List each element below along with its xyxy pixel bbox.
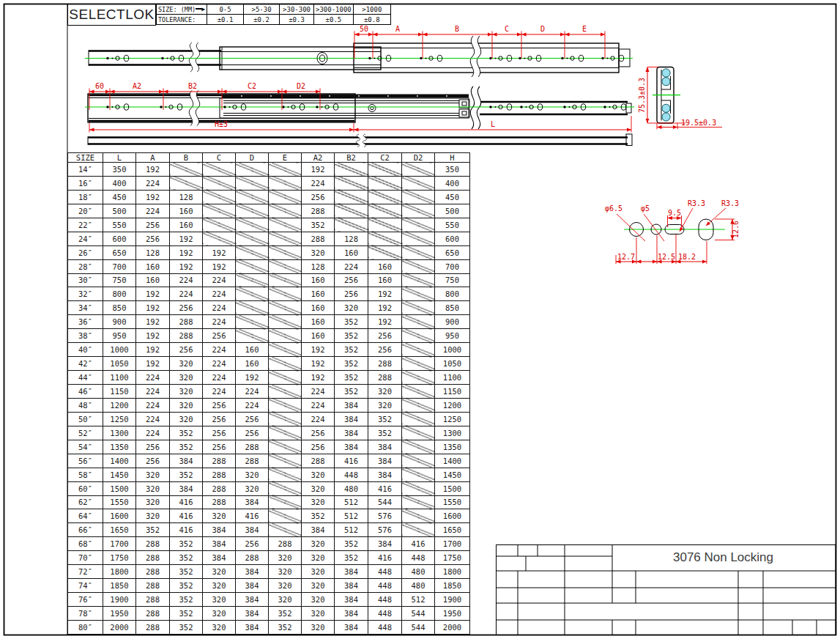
dim-label-p2: 12.5	[658, 253, 675, 261]
table-cell: 416	[170, 495, 203, 509]
table-cell: 1900	[435, 593, 470, 607]
table-cell: 68″	[68, 537, 103, 551]
table-cell: 160	[302, 315, 335, 329]
table-cell: 160	[170, 204, 203, 218]
table-cell: 160	[136, 273, 170, 287]
table-cell: 600	[103, 232, 136, 245]
table-cell: 30″	[68, 273, 103, 287]
table-cell: 450	[435, 190, 470, 204]
table-cell: 384	[368, 537, 402, 551]
table-cell	[335, 218, 368, 232]
table-cell	[402, 481, 435, 495]
table-cell: 224	[203, 287, 236, 301]
dim-label-p1: 12.7	[617, 253, 635, 261]
table-cell: 320	[170, 412, 203, 426]
table-cell	[402, 412, 435, 426]
table-row: 20″500224160288500	[68, 204, 470, 218]
table-cell: 1300	[435, 426, 470, 440]
table-cell: 2000	[103, 620, 136, 634]
column-header: C	[203, 153, 236, 163]
table-cell	[402, 287, 435, 301]
table-cell: 288	[302, 454, 335, 468]
table-cell: 192	[136, 163, 170, 177]
table-cell: 42″	[68, 357, 103, 371]
dim-label-b2: B2	[188, 82, 197, 90]
table-row: 40″10001922562241601923522561000	[68, 343, 470, 357]
table-cell	[269, 426, 302, 440]
table-cell	[368, 232, 402, 245]
table-cell	[269, 509, 302, 523]
table-cell: 544	[402, 607, 435, 621]
table-cell: 224	[136, 412, 170, 426]
table-cell: 224	[302, 176, 335, 190]
table-cell: 352	[335, 357, 368, 371]
table-cell: 192	[368, 287, 402, 301]
table-cell: 384	[368, 440, 402, 454]
table-cell: 1600	[435, 509, 470, 523]
table-cell	[203, 163, 236, 177]
table-cell: 320	[136, 509, 170, 523]
table-cell: 448	[368, 593, 402, 607]
table-cell: 288	[136, 551, 170, 565]
table-cell: 288	[203, 481, 236, 495]
table-cell: 224	[203, 301, 236, 315]
table-cell: 900	[103, 315, 136, 329]
table-cell: 224	[203, 273, 236, 287]
table-cell: 352	[170, 607, 203, 621]
table-row: 14″350192192350	[68, 163, 470, 177]
table-cell: 288	[136, 579, 170, 593]
table-row: 52″13002243522562562563843521300	[68, 426, 470, 440]
table-cell	[402, 204, 435, 218]
table-cell	[402, 371, 435, 385]
table-cell	[402, 523, 435, 537]
table-cell: 288	[302, 232, 335, 245]
table-cell: 1700	[103, 537, 136, 551]
table-cell: 416	[402, 537, 435, 551]
table-cell	[269, 273, 302, 287]
table-cell	[269, 190, 302, 204]
table-cell: 224	[203, 385, 236, 399]
table-cell: 1900	[103, 593, 136, 607]
table-cell: 320	[269, 551, 302, 565]
table-cell: 160	[236, 357, 269, 371]
table-cell	[368, 218, 402, 232]
table-cell	[402, 509, 435, 523]
table-cell: 192	[203, 245, 236, 259]
table-cell: 320	[302, 537, 335, 551]
table-cell: 160	[302, 287, 335, 301]
table-cell	[203, 204, 236, 218]
table-cell: 160	[335, 245, 368, 259]
table-cell: 288	[203, 468, 236, 481]
table-cell: 352	[170, 440, 203, 454]
table-cell: 416	[368, 481, 402, 495]
table-row: 34″850192256224160320192850	[68, 301, 470, 315]
table-cell: 750	[435, 273, 470, 287]
table-cell: 14″	[68, 163, 103, 177]
table-cell: 28″	[68, 259, 103, 273]
table-cell: 700	[435, 259, 470, 273]
table-row: 54″13502563522562882563843841350	[68, 440, 470, 454]
table-cell: 416	[170, 523, 203, 537]
arrow-right-icon: ▶	[196, 6, 205, 12]
table-cell: 224	[136, 398, 170, 412]
table-cell: 320	[170, 371, 203, 385]
table-cell: 384	[236, 523, 269, 537]
table-cell	[269, 468, 302, 481]
table-cell: 320	[203, 607, 236, 621]
table-row: 30″750160224224160256160750	[68, 273, 470, 287]
table-row: 16″400224224400	[68, 176, 470, 190]
table-cell: 1800	[103, 565, 136, 579]
tolerance-range: >30-300	[280, 4, 314, 15]
table-cell: 62″	[68, 495, 103, 509]
table-cell	[269, 163, 302, 177]
table-cell	[269, 440, 302, 454]
table-cell	[236, 190, 269, 204]
table-cell	[236, 204, 269, 218]
table-cell	[402, 218, 435, 232]
tolerance-table: SIZE: (MM)▶ 0-5 >5-30 >30-300 >300-1000 …	[156, 4, 391, 25]
table-cell: 384	[236, 495, 269, 509]
table-cell: 384	[203, 537, 236, 551]
table-cell: 352	[368, 426, 402, 440]
table-cell: 544	[402, 620, 435, 634]
dim-label-p3: 18.2	[678, 253, 696, 261]
